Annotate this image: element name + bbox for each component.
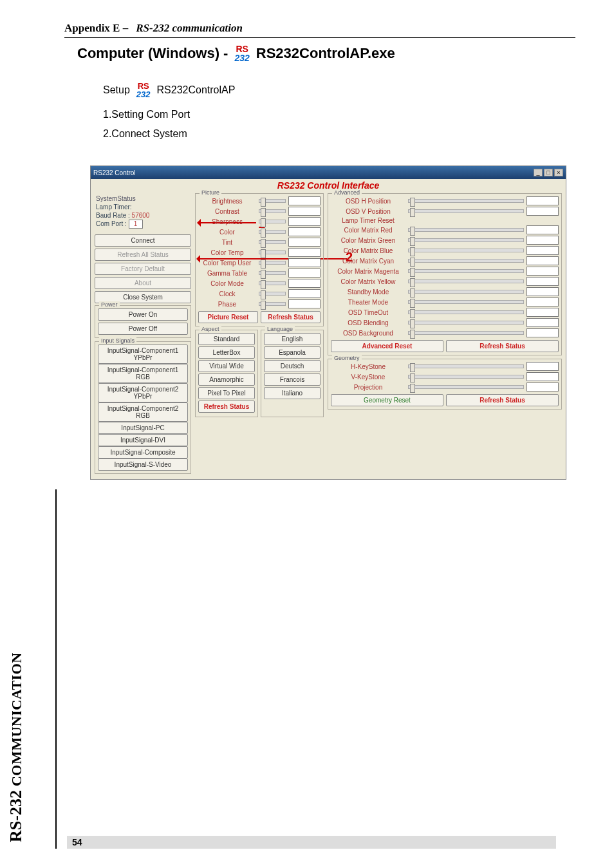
input-dvi[interactable]: InputSignal-DVI [98, 434, 188, 446]
titlebar: RS232 Control _ □ × [91, 166, 566, 179]
input-svideo[interactable]: InputSignal-S-Video [98, 458, 188, 471]
factory-default-button[interactable]: Factory Default [95, 263, 191, 275]
cm-cyan-value[interactable] [526, 256, 559, 265]
cm-green-value[interactable] [526, 236, 559, 245]
tint-slider[interactable] [259, 240, 286, 244]
brightness-slider[interactable] [259, 199, 286, 203]
aspect-standard[interactable]: Standard [198, 333, 255, 345]
color-temp-slider[interactable] [259, 250, 286, 254]
blend-value[interactable] [526, 318, 559, 327]
v-keystone-value[interactable] [526, 372, 559, 381]
interface-title: RS232 Control Interface [91, 179, 566, 191]
aspect-virtual-wide[interactable]: Virtual Wide [198, 360, 255, 372]
color-mode-value[interactable] [288, 279, 321, 288]
connect-button[interactable]: Connect [95, 234, 191, 247]
cm-green-slider[interactable] [408, 238, 524, 242]
close-button[interactable]: × [554, 169, 563, 176]
aspect-pixel[interactable]: Pixel To Pixel [198, 387, 255, 399]
input-pc[interactable]: InputSignal-PC [98, 422, 188, 434]
gamma-value[interactable] [288, 269, 321, 278]
rs232-icon-small: RS 232 [136, 82, 151, 99]
phase-value[interactable] [288, 299, 321, 308]
input-comp2-rgb[interactable]: InputSignal-Component2 RGB [98, 402, 188, 422]
color-temp-user-value[interactable] [288, 258, 321, 267]
brightness-value[interactable] [288, 196, 321, 205]
picture-refresh-button[interactable]: Refresh Status [261, 311, 321, 323]
blend-slider[interactable] [408, 321, 524, 325]
lang-deutsch[interactable]: Deutsch [264, 360, 321, 372]
cm-mag-value[interactable] [526, 267, 559, 276]
phase-slider[interactable] [259, 302, 286, 306]
title-right: RS232ControlAP.exe [256, 45, 395, 62]
osd-v-slider[interactable] [408, 209, 524, 213]
cm-blue-value[interactable] [526, 246, 559, 255]
color-value[interactable] [288, 227, 321, 236]
lang-english[interactable]: English [264, 333, 321, 345]
lang-italiano[interactable]: Italiano [264, 387, 321, 399]
osd-h-value[interactable] [526, 196, 559, 205]
power-off-button[interactable]: Power Off [98, 323, 188, 335]
color-mode-slider[interactable] [259, 281, 286, 285]
aspect-anamorphic[interactable]: Anamorphic [198, 373, 255, 386]
cm-blue-slider[interactable] [408, 249, 524, 252]
clock-slider[interactable] [259, 292, 286, 296]
h-keystone-slider[interactable] [408, 364, 524, 368]
lang-espanola[interactable]: Espanola [264, 346, 321, 359]
aspect-letterbox[interactable]: LetterBox [198, 346, 255, 359]
maximize-button[interactable]: □ [544, 169, 553, 176]
advanced-group: Advanced OSD H Position OSD V Position L… [328, 193, 562, 355]
app-window: RS232 Control _ □ × RS232 Control Interf… [90, 165, 566, 480]
bg-value[interactable] [526, 328, 559, 337]
input-comp1-rgb[interactable]: InputSignal-Component1 RGB [98, 364, 188, 383]
aspect-refresh[interactable]: Refresh Status [198, 401, 255, 413]
advanced-reset-button[interactable]: Advanced Reset [331, 340, 443, 352]
rs232-icon: RS 232 [234, 44, 249, 62]
cm-cyan-slider[interactable] [408, 259, 524, 263]
cm-red-slider[interactable] [408, 228, 524, 232]
about-button[interactable]: About [95, 277, 191, 289]
color-temp-user-slider[interactable] [259, 261, 286, 265]
minimize-button[interactable]: _ [534, 169, 543, 176]
input-composite[interactable]: InputSignal-Composite [98, 446, 188, 458]
gamma-slider[interactable] [259, 271, 286, 275]
geometry-refresh-button[interactable]: Refresh Status [446, 394, 559, 406]
lang-francois[interactable]: Francois [264, 373, 321, 386]
refresh-all-button[interactable]: Refresh All Status [95, 249, 191, 261]
clock-value[interactable] [288, 289, 321, 298]
timeout-value[interactable] [526, 308, 559, 317]
input-comp1-ypbpr[interactable]: InputSignal-Component1 YPbPr [98, 344, 188, 364]
color-slider[interactable] [259, 230, 286, 234]
projection-value[interactable] [526, 382, 559, 392]
cm-mag-slider[interactable] [408, 269, 524, 273]
timeout-slider[interactable] [408, 310, 524, 314]
advanced-refresh-button[interactable]: Refresh Status [446, 340, 559, 352]
sharpness-value[interactable] [288, 217, 321, 226]
cm-yel-value[interactable] [526, 277, 559, 286]
contrast-slider[interactable] [259, 209, 286, 213]
contrast-value[interactable] [288, 207, 321, 216]
page-number: 54 [67, 836, 556, 849]
cm-red-value[interactable] [526, 225, 559, 234]
theater-value[interactable] [526, 297, 559, 307]
theater-slider[interactable] [408, 300, 524, 304]
bg-slider[interactable] [408, 331, 524, 335]
standby-value[interactable] [526, 287, 559, 296]
setup-row: Setup RS 232 RS232ControlAP [103, 82, 575, 99]
v-keystone-slider[interactable] [408, 375, 524, 379]
sharpness-slider[interactable] [259, 220, 286, 223]
standby-slider[interactable] [408, 290, 524, 294]
osd-h-slider[interactable] [408, 199, 524, 203]
tint-value[interactable] [288, 238, 321, 247]
h-keystone-value[interactable] [526, 362, 559, 371]
input-comp2-ypbpr[interactable]: InputSignal-Component2 YPbPr [98, 383, 188, 402]
com-port-input[interactable]: 1 [129, 220, 143, 229]
cm-yel-slider[interactable] [408, 279, 524, 283]
color-temp-value[interactable] [288, 248, 321, 257]
title-row: Computer (Windows) - RS 232 RS232Control… [77, 44, 575, 62]
projection-slider[interactable] [408, 385, 524, 389]
picture-reset-button[interactable]: Picture Reset [198, 311, 258, 323]
system-status-box: SystemStatus Lamp Timer: Baud Rate : 576… [95, 193, 191, 232]
power-on-button[interactable]: Power On [98, 308, 188, 321]
geometry-reset-button[interactable]: Geometry Reset [331, 394, 443, 406]
osd-v-value[interactable] [526, 207, 559, 216]
